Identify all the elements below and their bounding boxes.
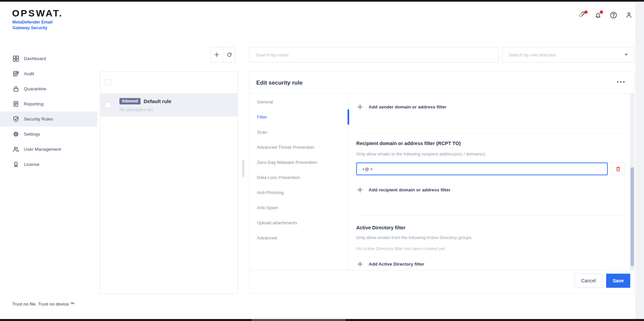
refresh-icon bbox=[226, 52, 232, 58]
rule-checkbox[interactable] bbox=[105, 102, 111, 108]
product-line2: Gateway Security bbox=[12, 25, 52, 31]
sidebar-item-reporting[interactable]: Reporting bbox=[0, 96, 97, 111]
edit-rule-panel: Edit security rule General Filter Scan A… bbox=[249, 72, 634, 294]
tab-zero-day-malware-prevention[interactable]: Zero-Day Malware Prevention bbox=[250, 155, 348, 170]
opswat-logo: OPSWAT. bbox=[12, 8, 63, 19]
add-active-directory-filter-label: Add Active Directory filter bbox=[369, 262, 424, 267]
sidebar-item-license[interactable]: License bbox=[0, 157, 97, 172]
rule-direction-placeholder: Search by rule direction bbox=[508, 52, 625, 57]
sidebar-item-dashboard[interactable]: Dashboard bbox=[0, 51, 97, 66]
sidebar-label: Security Rules bbox=[24, 117, 53, 122]
chevron-down-icon bbox=[625, 54, 628, 56]
tab-anti-phishing[interactable]: Anti-Phishing bbox=[250, 185, 348, 200]
active-directory-empty-message: No Active Directory filter has been crea… bbox=[356, 246, 445, 251]
sidebar-label: Settings bbox=[24, 132, 40, 137]
active-directory-title: Active Directory filter bbox=[356, 225, 406, 230]
cancel-button[interactable]: Cancel bbox=[575, 274, 602, 288]
rules-list-header bbox=[100, 72, 238, 94]
rule-row-default[interactable]: Inbound Default rule No description set bbox=[100, 94, 238, 117]
add-rule-button[interactable] bbox=[211, 47, 223, 62]
tab-advanced-threat-prevention[interactable]: Advanced Threat Prevention bbox=[250, 140, 348, 155]
sidebar-item-quarantine[interactable]: Quarantine bbox=[0, 81, 97, 96]
sidebar-item-settings[interactable]: Settings bbox=[0, 127, 97, 142]
link-status-icon[interactable] bbox=[579, 11, 586, 19]
link-alert-dot bbox=[584, 10, 588, 14]
sidebar-label: Reporting bbox=[24, 101, 44, 106]
select-all-checkbox[interactable] bbox=[105, 80, 111, 86]
list-actions-group bbox=[210, 47, 235, 62]
rule-title-line: Inbound Default rule bbox=[119, 98, 171, 104]
notifications-alert-dot bbox=[600, 10, 603, 14]
edit-rule-header: Edit security rule bbox=[250, 72, 634, 94]
tab-filter[interactable]: Filter bbox=[250, 109, 348, 125]
header-icon-bar bbox=[579, 11, 633, 19]
rules-list-scrollbar-thumb[interactable] bbox=[243, 160, 244, 177]
tab-advanced[interactable]: Advanced bbox=[250, 230, 348, 245]
add-recipient-filter-button[interactable]: Add recipient domain or address filter bbox=[357, 187, 450, 193]
horizontal-scrollbar-thumb[interactable] bbox=[252, 319, 345, 321]
drag-handle-icon[interactable] bbox=[101, 102, 105, 108]
dashboard-grid-icon bbox=[13, 55, 19, 62]
save-button[interactable]: Save bbox=[606, 274, 630, 288]
add-sender-filter-label: Add sender domain or address filter bbox=[369, 104, 446, 109]
browser-scrollbar-gutter bbox=[635, 2, 644, 319]
help-icon[interactable] bbox=[610, 11, 617, 19]
users-icon bbox=[13, 146, 19, 152]
plus-icon bbox=[357, 261, 363, 267]
edit-rule-footer: Cancel Save bbox=[250, 270, 634, 293]
rules-list-panel: Inbound Default rule No description set bbox=[100, 72, 238, 294]
sidebar-item-security-rules[interactable]: Security Rules bbox=[0, 111, 97, 127]
trash-icon bbox=[615, 166, 621, 172]
edit-rule-title: Edit security rule bbox=[256, 72, 303, 94]
tab-general[interactable]: General bbox=[250, 94, 348, 109]
tab-data-loss-prevention[interactable]: Data Loss Prevention bbox=[250, 170, 348, 185]
add-sender-filter-button[interactable]: Add sender domain or address filter bbox=[357, 104, 446, 110]
sidebar-label: License bbox=[24, 162, 40, 167]
edit-panel-scrollbar-thumb[interactable] bbox=[631, 167, 634, 266]
add-active-directory-filter-button[interactable]: Add Active Directory filter bbox=[357, 261, 424, 267]
sidebar-item-audit[interactable]: Audit bbox=[0, 66, 97, 81]
section-divider bbox=[356, 215, 623, 216]
report-document-icon bbox=[13, 101, 19, 107]
tab-upload-attachments[interactable]: Upload attachments bbox=[250, 215, 348, 230]
recipient-filter-title: Recipient domain or address filter (RCPT… bbox=[356, 141, 461, 146]
tab-scan[interactable]: Scan bbox=[250, 125, 348, 140]
audit-log-icon bbox=[13, 71, 19, 77]
plus-icon bbox=[214, 52, 220, 58]
sidebar-item-user-management[interactable]: User Management bbox=[0, 142, 97, 157]
sidebar-label: User Management bbox=[24, 147, 61, 152]
sidebar-label: Dashboard bbox=[24, 56, 46, 61]
window-top-edge bbox=[0, 0, 644, 2]
rule-description: No description set bbox=[119, 107, 153, 112]
recipient-filter-input[interactable] bbox=[356, 163, 608, 175]
edit-rule-tab-list: General Filter Scan Advanced Threat Prev… bbox=[250, 94, 348, 245]
sidebar-nav: Dashboard Audit Quarantine Reporting bbox=[0, 51, 97, 172]
plus-icon bbox=[357, 104, 363, 110]
refresh-button[interactable] bbox=[223, 47, 235, 62]
recipient-filter-subtitle: Only allow emails to the following recip… bbox=[356, 151, 485, 156]
plus-icon bbox=[357, 187, 363, 193]
shield-check-icon bbox=[13, 116, 19, 122]
app-root: OPSWAT. MetaDefender Email Gateway Secur… bbox=[0, 0, 644, 321]
trust-tagline: Trust no file. Trust no device.™ bbox=[12, 302, 74, 307]
search-by-name-input[interactable] bbox=[249, 47, 499, 62]
notifications-icon[interactable] bbox=[594, 11, 602, 19]
rule-direction-select[interactable]: Search by rule direction bbox=[502, 47, 634, 62]
window-bottom-edge bbox=[0, 319, 644, 321]
gear-icon bbox=[13, 131, 19, 137]
add-recipient-filter-label: Add recipient domain or address filter bbox=[369, 187, 450, 192]
license-medal-icon bbox=[13, 161, 19, 168]
sidebar-label: Quarantine bbox=[24, 86, 46, 91]
rule-name: Default rule bbox=[144, 98, 171, 104]
section-divider bbox=[356, 133, 623, 133]
delete-recipient-filter-button[interactable] bbox=[611, 163, 625, 175]
sidebar-label: Audit bbox=[24, 71, 34, 76]
product-line1: MetaDefender Email bbox=[12, 19, 52, 25]
account-icon[interactable] bbox=[625, 11, 633, 19]
tab-anti-spam[interactable]: Anti-Spam bbox=[250, 200, 348, 215]
ellipsis-menu-icon[interactable] bbox=[617, 81, 625, 83]
lock-icon bbox=[13, 86, 19, 92]
active-directory-subtitle: Only allow emails from the following Act… bbox=[356, 235, 472, 240]
filter-tab-content: Add sender domain or address filter Reci… bbox=[349, 94, 630, 270]
product-name: MetaDefender Email Gateway Security bbox=[12, 19, 52, 31]
